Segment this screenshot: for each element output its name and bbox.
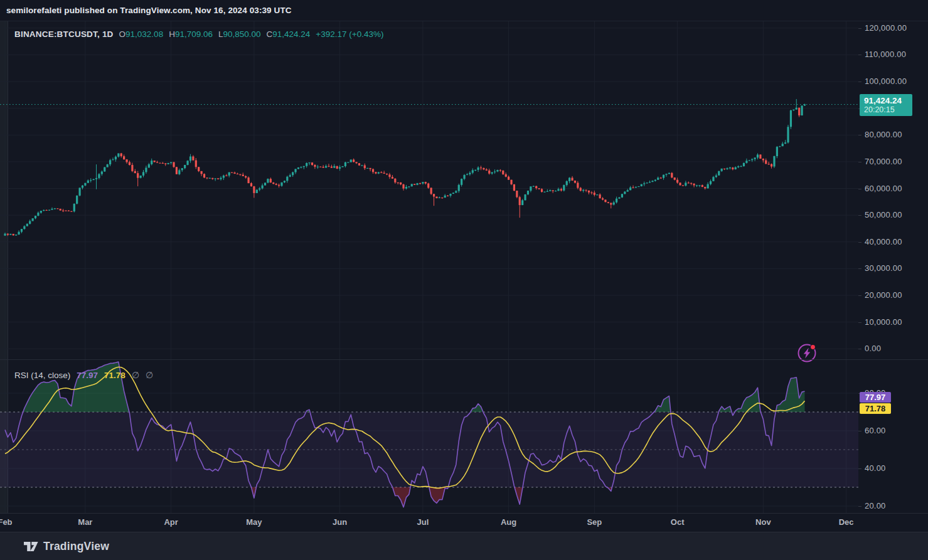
tradingview-brand[interactable]: TradingView (43, 540, 109, 553)
rsi-title[interactable]: RSI (14, close) (14, 371, 70, 380)
candle-body (513, 184, 515, 191)
candle-body (461, 179, 462, 185)
candle-body (637, 186, 639, 187)
candle-body (139, 176, 141, 178)
price-axis-label-120000: 120,000.00 (859, 23, 928, 33)
candle-body (73, 204, 75, 211)
rsi-chart[interactable] (0, 359, 858, 513)
candle-body (56, 208, 58, 209)
candle-body (458, 185, 460, 191)
candle-body (527, 191, 529, 194)
candle-body (256, 189, 258, 193)
candle-body (339, 167, 341, 168)
candle-body (397, 182, 399, 183)
rsi-legend: RSI (14, close) 77.97 71.78 ∅ ∅ (14, 370, 153, 380)
candle-body (347, 162, 349, 163)
candle-body (145, 167, 147, 172)
candle-body (782, 144, 784, 146)
candle-body (23, 226, 25, 229)
candle-body (242, 175, 244, 176)
candle-body (115, 157, 117, 159)
candle-body (502, 171, 504, 174)
price-axis-label-0: 0.00 (859, 344, 928, 354)
price-axis-label-40000: 40,000.00 (859, 237, 928, 247)
candle-body (474, 170, 476, 171)
candle-body (15, 235, 17, 235)
price-scale-axis[interactable]: 91,424.24 20:20:15 77.97 71.78 120,000.0… (859, 21, 928, 532)
legend-close-value: 91,424.24 (272, 29, 310, 39)
price-axis-label-30000: 30,000.00 (859, 263, 928, 273)
candle-body (801, 105, 803, 115)
candle-body (574, 181, 576, 183)
candle-body (303, 166, 305, 167)
candle-body (516, 191, 518, 197)
candle-body (203, 174, 205, 177)
price-axis-label-70000: 70,000.00 (859, 157, 928, 167)
candle-body (164, 163, 166, 164)
candle-body (37, 213, 39, 216)
candlestick-chart[interactable] (0, 21, 858, 359)
candle-body (654, 180, 656, 181)
candle-body (441, 198, 443, 198)
candle-body (245, 176, 247, 177)
candle-body (594, 193, 595, 195)
candle-body (582, 190, 584, 191)
candle-body (386, 174, 388, 174)
candle-body (452, 193, 454, 194)
candle-body (239, 174, 241, 175)
candle-body (131, 165, 133, 171)
candle-body (159, 163, 161, 164)
price-pane[interactable]: BINANCE:BTCUSDT, 1D O91,032.08 H91,709.0… (0, 21, 858, 359)
candle-body (286, 177, 288, 181)
candle-body (715, 176, 717, 177)
legend-close: C91,424.24 (267, 29, 311, 39)
candle-body (314, 165, 316, 167)
candle-body (510, 180, 512, 184)
candle-body (696, 185, 698, 186)
candle-body (469, 173, 471, 174)
candle-body (109, 160, 111, 164)
candle-body (93, 179, 95, 180)
candle-body (250, 183, 252, 186)
legend-open-value: 91,032.08 (125, 29, 163, 39)
candle-body (270, 179, 272, 182)
candle-body (48, 210, 50, 211)
time-axis-label-jun: Jun (333, 517, 347, 527)
candle-body (272, 182, 274, 184)
symbol-legend: BINANCE:BTCUSDT, 1D O91,032.08 H91,709.0… (14, 29, 383, 39)
candle-body (688, 182, 690, 183)
candle-body (328, 166, 329, 167)
candle-body (496, 170, 498, 171)
candle-body (590, 193, 592, 193)
tradingview-logo-icon[interactable] (24, 542, 38, 552)
price-axis-label-110000: 110,000.00 (859, 50, 928, 60)
legend-symbol-title[interactable]: BINANCE:BTCUSDT, 1D (14, 29, 114, 39)
candle-body (402, 184, 404, 189)
candle-body (732, 167, 733, 169)
time-axis-label-apr: Apr (164, 517, 178, 527)
candle-body (749, 160, 750, 161)
candle-body (779, 146, 781, 147)
candle-body (588, 191, 590, 193)
time-axis-label-oct: Oct (671, 517, 685, 527)
candle-body (112, 159, 114, 160)
candle-body (82, 186, 83, 188)
candle-body (416, 183, 418, 185)
candle-body (98, 174, 100, 178)
candle-body (209, 178, 211, 179)
pane-separator[interactable] (0, 359, 928, 360)
rsi-pane[interactable]: RSI (14, close) 77.97 71.78 ∅ ∅ (0, 359, 858, 513)
time-scale-axis[interactable]: FebMarAprMayJunJulAugSepOctNovDec (0, 513, 887, 532)
rsi-ma-value-badge: 71.78 (860, 403, 891, 414)
candle-body (521, 200, 523, 205)
candle-body (350, 160, 352, 162)
candle-body (566, 181, 568, 185)
candle-body (771, 164, 772, 167)
candle-body (641, 184, 643, 186)
candle-body (319, 167, 321, 167)
time-axis-divider (0, 513, 928, 514)
candle-body (704, 187, 706, 188)
candle-body (427, 184, 429, 188)
price-axis-label-10000: 10,000.00 (859, 317, 928, 327)
candle-body (530, 186, 531, 191)
